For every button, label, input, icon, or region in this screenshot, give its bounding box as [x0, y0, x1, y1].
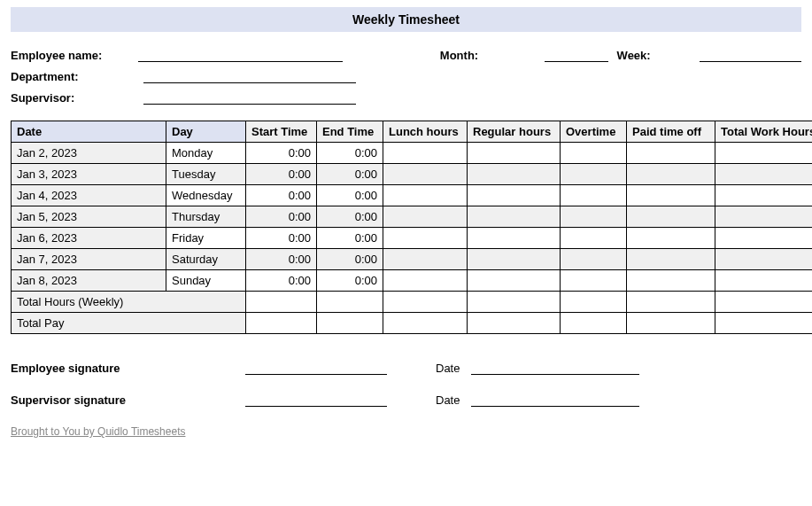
- cell-overtime[interactable]: [561, 249, 627, 270]
- cell-regular[interactable]: [468, 206, 561, 228]
- supervisor-signature-date-label: Date: [436, 393, 471, 407]
- cell-total[interactable]: [715, 143, 813, 164]
- cell-date[interactable]: Jan 8, 2023: [12, 270, 166, 292]
- cell-regular[interactable]: [468, 143, 561, 164]
- cell-pto[interactable]: [627, 270, 715, 292]
- cell-regular[interactable]: [468, 270, 561, 292]
- supervisor-label: Supervisor:: [11, 91, 143, 105]
- cell-overtime[interactable]: [561, 164, 627, 185]
- table-row: Jan 6, 2023Friday0:000:00: [12, 228, 813, 249]
- cell-regular[interactable]: [468, 185, 561, 206]
- employee-name-input-line[interactable]: [138, 48, 343, 62]
- col-total: Total Work Hours: [715, 121, 813, 143]
- col-date: Date: [12, 121, 166, 143]
- cell-date[interactable]: Jan 6, 2023: [12, 228, 166, 249]
- cell-regular[interactable]: [468, 249, 561, 270]
- cell-start[interactable]: 0:00: [246, 206, 317, 228]
- table-row: Jan 7, 2023Saturday0:000:00: [12, 249, 813, 270]
- cell-date[interactable]: Jan 3, 2023: [12, 164, 166, 185]
- table-row: Jan 8, 2023Sunday0:000:00: [12, 270, 813, 292]
- cell-end[interactable]: 0:00: [317, 143, 383, 164]
- cell-overtime[interactable]: [561, 270, 627, 292]
- cell-date[interactable]: Jan 4, 2023: [12, 185, 166, 206]
- supervisor-signature-date-line[interactable]: [471, 393, 639, 407]
- supervisor-signature-label: Supervisor signature: [11, 393, 245, 407]
- cell-day[interactable]: Wednesday: [166, 185, 246, 206]
- cell-total[interactable]: [715, 185, 813, 206]
- cell-date[interactable]: Jan 2, 2023: [12, 143, 166, 164]
- cell-end[interactable]: 0:00: [317, 228, 383, 249]
- cell-total[interactable]: [715, 270, 813, 292]
- cell-pto[interactable]: [627, 228, 715, 249]
- cell-overtime[interactable]: [561, 206, 627, 228]
- cell-pto[interactable]: [627, 206, 715, 228]
- cell-regular[interactable]: [468, 164, 561, 185]
- cell-end[interactable]: 0:00: [317, 164, 383, 185]
- employee-signature-date-line[interactable]: [471, 361, 639, 375]
- cell-date[interactable]: Jan 7, 2023: [12, 249, 166, 270]
- employee-signature-label: Employee signature: [11, 362, 245, 375]
- table-header-row: Date Day Start Time End Time Lunch hours…: [12, 121, 813, 143]
- cell-lunch[interactable]: [383, 206, 468, 228]
- cell-pto[interactable]: [627, 185, 715, 206]
- cell-end[interactable]: 0:00: [317, 206, 383, 228]
- cell-total[interactable]: [715, 206, 813, 228]
- cell-lunch[interactable]: [383, 228, 468, 249]
- cell-day[interactable]: Friday: [166, 228, 246, 249]
- cell-lunch[interactable]: [383, 270, 468, 292]
- cell-day[interactable]: Saturday: [166, 249, 246, 270]
- table-row: Jan 5, 2023Thursday0:000:00: [12, 206, 813, 228]
- cell-end[interactable]: 0:00: [317, 249, 383, 270]
- cell-start[interactable]: 0:00: [246, 270, 317, 292]
- col-start: Start Time: [246, 121, 317, 143]
- week-label: Week:: [617, 49, 660, 62]
- cell-pto[interactable]: [627, 164, 715, 185]
- cell-end[interactable]: 0:00: [317, 185, 383, 206]
- cell-lunch[interactable]: [383, 143, 468, 164]
- col-day: Day: [166, 121, 246, 143]
- cell-total[interactable]: [715, 249, 813, 270]
- summary-row: Total Hours (Weekly): [12, 292, 813, 313]
- cell-overtime[interactable]: [561, 228, 627, 249]
- page-title: Weekly Timesheet: [11, 7, 801, 32]
- cell-overtime[interactable]: [561, 185, 627, 206]
- footer-link[interactable]: Brought to You by Quidlo Timesheets: [11, 425, 185, 438]
- cell-pto[interactable]: [627, 143, 715, 164]
- table-row: Jan 2, 2023Monday0:000:00: [12, 143, 813, 164]
- cell-total[interactable]: [715, 164, 813, 185]
- cell-start[interactable]: 0:00: [246, 228, 317, 249]
- cell-regular[interactable]: [468, 228, 561, 249]
- supervisor-signature-line[interactable]: [245, 393, 387, 407]
- cell-overtime[interactable]: [561, 143, 627, 164]
- summary-label: Total Pay: [12, 313, 246, 334]
- col-pto: Paid time off: [627, 121, 715, 143]
- cell-lunch[interactable]: [383, 249, 468, 270]
- cell-lunch[interactable]: [383, 164, 468, 185]
- summary-row: Total Pay: [12, 313, 813, 334]
- cell-lunch[interactable]: [383, 185, 468, 206]
- cell-start[interactable]: 0:00: [246, 185, 317, 206]
- cell-start[interactable]: 0:00: [246, 143, 317, 164]
- timesheet-table: Date Day Start Time End Time Lunch hours…: [11, 121, 812, 334]
- col-overtime: Overtime: [561, 121, 627, 143]
- month-input-line[interactable]: [545, 48, 608, 62]
- cell-total[interactable]: [715, 228, 813, 249]
- cell-date[interactable]: Jan 5, 2023: [12, 206, 166, 228]
- cell-end[interactable]: 0:00: [317, 270, 383, 292]
- cell-start[interactable]: 0:00: [246, 249, 317, 270]
- cell-day[interactable]: Sunday: [166, 270, 246, 292]
- cell-start[interactable]: 0:00: [246, 164, 317, 185]
- cell-day[interactable]: Tuesday: [166, 164, 246, 185]
- employee-signature-line[interactable]: [245, 361, 387, 375]
- col-lunch: Lunch hours: [383, 121, 468, 143]
- cell-day[interactable]: Thursday: [166, 206, 246, 228]
- supervisor-input-line[interactable]: [143, 90, 356, 105]
- table-row: Jan 4, 2023Wednesday0:000:00: [12, 185, 813, 206]
- week-input-line[interactable]: [700, 48, 801, 62]
- month-label: Month:: [440, 49, 491, 62]
- col-end: End Time: [317, 121, 383, 143]
- cell-pto[interactable]: [627, 249, 715, 270]
- department-input-line[interactable]: [143, 69, 356, 83]
- col-regular: Regular hours: [468, 121, 561, 143]
- cell-day[interactable]: Monday: [166, 143, 246, 164]
